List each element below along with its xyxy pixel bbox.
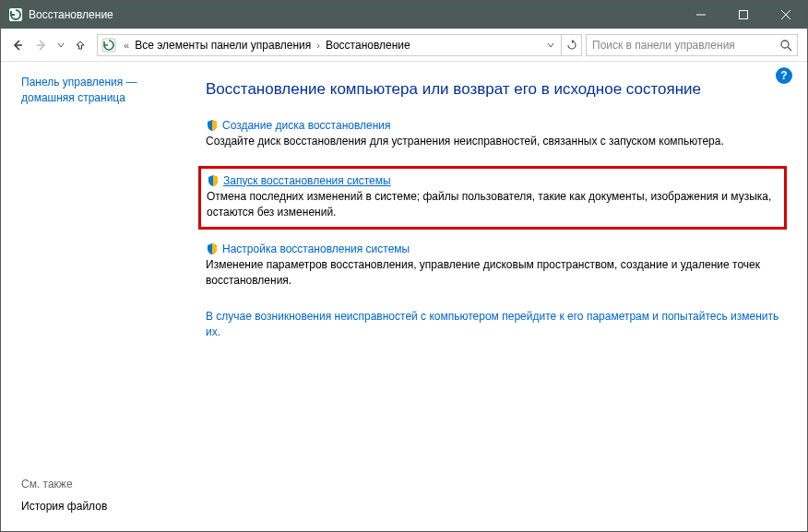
recovery-option-configure: Настройка восстановления системы Изменен…: [206, 242, 779, 289]
breadcrumb-item-all-elements[interactable]: Все элементы панели управления: [133, 39, 313, 52]
window-titlebar: Восстановление: [1, 1, 807, 29]
page-title: Восстановление компьютера или возврат ег…: [206, 80, 779, 99]
back-button[interactable]: [6, 34, 29, 56]
breadcrumb: « Все элементы панели управления › Восст…: [118, 39, 541, 52]
maximize-button[interactable]: [722, 1, 765, 29]
svg-rect-2: [740, 11, 748, 19]
minimize-button[interactable]: [680, 1, 722, 29]
window-title: Восстановление: [29, 8, 680, 21]
sidebar-home-label-line1: Панель управления —: [21, 76, 137, 89]
highlighted-option: Запуск восстановления системы Отмена пос…: [198, 166, 787, 231]
recent-dropdown[interactable]: [54, 41, 67, 49]
app-icon: [8, 7, 23, 22]
configure-system-restore-desc: Изменение параметров восстановления, упр…: [206, 257, 779, 289]
chevron-right-icon[interactable]: ›: [313, 40, 324, 51]
address-icon: [100, 38, 118, 53]
up-button[interactable]: [69, 34, 91, 56]
start-system-restore-desc: Отмена последних изменений в системе; фа…: [207, 189, 777, 220]
breadcrumb-root-chevron[interactable]: «: [120, 40, 133, 51]
search-button[interactable]: [775, 35, 797, 55]
sidebar-home-link[interactable]: Панель управления — домашняя страница: [21, 75, 189, 107]
nav-arrows: [6, 34, 91, 56]
svg-point-8: [781, 41, 789, 48]
shield-icon: [207, 174, 220, 187]
search-input[interactable]: [587, 39, 775, 52]
body: Панель управления — домашняя страница См…: [1, 62, 807, 531]
svg-line-9: [788, 47, 791, 51]
content: ? Восстановление компьютера или возврат …: [195, 62, 807, 531]
refresh-button[interactable]: [561, 35, 581, 55]
configure-system-restore-link[interactable]: Настройка восстановления системы: [222, 242, 410, 255]
address-bar[interactable]: « Все элементы панели управления › Восст…: [97, 34, 582, 56]
forward-button[interactable]: [30, 34, 53, 56]
create-recovery-drive-link[interactable]: Создание диска восстановления: [222, 119, 391, 132]
nav-toolbar: « Все элементы панели управления › Восст…: [1, 29, 807, 62]
search-bar: [586, 34, 798, 56]
troubleshoot-link[interactable]: В случае возникновения неисправностей с …: [206, 309, 779, 341]
shield-icon: [206, 119, 219, 132]
sidebar-home-label-line2: домашняя страница: [21, 91, 125, 104]
sidebar-see-also-label: См. также: [21, 478, 189, 491]
help-icon[interactable]: ?: [776, 67, 792, 84]
shield-icon: [206, 242, 219, 255]
sidebar-file-history-link[interactable]: История файлов: [21, 500, 189, 513]
window-controls: [680, 1, 807, 29]
close-button[interactable]: [765, 1, 807, 29]
create-recovery-drive-desc: Создайте диск восстановления для устране…: [206, 134, 779, 149]
recovery-option-create-drive: Создание диска восстановления Создайте д…: [206, 119, 779, 149]
start-system-restore-link[interactable]: Запуск восстановления системы: [223, 174, 391, 187]
address-dropdown-button[interactable]: [541, 35, 561, 55]
breadcrumb-item-recovery[interactable]: Восстановление: [324, 39, 412, 52]
sidebar: Панель управления — домашняя страница См…: [1, 62, 195, 531]
